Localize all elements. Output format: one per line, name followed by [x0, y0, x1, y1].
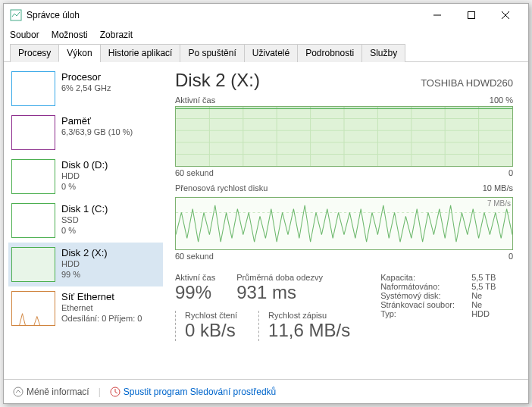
resp-val: 931 ms	[236, 282, 323, 303]
cpu-name: Procesor	[61, 71, 111, 83]
read-label: Rychlost čtení	[185, 311, 237, 320]
chart1-xright: 0	[509, 168, 513, 177]
resp-label: Průměrná doba odezvy	[236, 273, 323, 282]
tab-historie[interactable]: Historie aplikací	[100, 44, 181, 62]
menu-file[interactable]: Soubor	[10, 30, 39, 40]
sys-label: Systémový disk:	[380, 291, 471, 300]
sys-val: Ne	[471, 291, 482, 300]
chart2-xleft: 60 sekund	[175, 252, 214, 261]
disk0-sub2: 0 %	[61, 181, 108, 192]
menu-view[interactable]: Zobrazit	[100, 30, 133, 40]
chevron-up-icon	[13, 387, 23, 397]
active-time-chart	[175, 106, 513, 167]
detail-panel: Disk 2 (X:) TOSHIBA HDWD260 Aktivní čas …	[163, 62, 528, 379]
net-name: Síť Ethernet	[61, 291, 142, 302]
active-val: 99%	[175, 282, 215, 303]
net-sub1: Ethernet	[61, 302, 142, 313]
tab-spusteni[interactable]: Po spuštění	[180, 44, 244, 62]
task-manager-window: Správce úloh Soubor Možnosti Zobrazit Pr…	[3, 3, 529, 404]
maximize-button[interactable]	[454, 4, 488, 27]
sidebar-item-disk0[interactable]: Disk 0 (D:) HDD 0 %	[8, 155, 163, 199]
footer: Méně informací | Spustit program Sledová…	[4, 379, 528, 403]
sidebar[interactable]: Procesor 6% 2,54 GHz Paměť 6,3/63,9 GB (…	[4, 62, 163, 379]
disk0-name: Disk 0 (D:)	[61, 159, 108, 171]
app-icon	[10, 9, 22, 21]
tab-podrobnosti[interactable]: Podrobnosti	[297, 44, 362, 62]
resmon-icon	[110, 387, 120, 397]
footer-separator: |	[99, 387, 101, 397]
cap-val: 5,5 TB	[471, 273, 496, 282]
chart1-label: Aktivní čas	[175, 95, 215, 105]
cpu-sub: 6% 2,54 GHz	[61, 83, 111, 93]
tab-procesy[interactable]: Procesy	[10, 44, 59, 62]
read-val: 0 kB/s	[185, 320, 237, 341]
fewer-details-button[interactable]: Méně informací	[13, 387, 89, 397]
chart2-label: Přenosová rychlost disku	[175, 183, 268, 193]
disk1-sub2: 0 %	[61, 225, 108, 236]
disk1-thumb	[11, 203, 55, 238]
tab-vykon[interactable]: Výkon	[58, 44, 100, 62]
menu-options[interactable]: Možnosti	[52, 30, 88, 40]
chart1-max: 100 %	[490, 95, 513, 105]
type-label: Typ:	[380, 309, 471, 318]
mem-sub: 6,3/63,9 GB (10 %)	[61, 127, 133, 137]
window-title: Správce úloh	[27, 10, 80, 20]
disk1-sub1: SSD	[61, 214, 108, 225]
sidebar-item-disk2[interactable]: Disk 2 (X:) HDD 99 %	[8, 243, 163, 286]
fmt-label: Naformátováno:	[380, 282, 471, 291]
titlebar[interactable]: Správce úloh	[4, 4, 528, 27]
content: Procesor 6% 2,54 GHz Paměť 6,3/63,9 GB (…	[4, 62, 528, 379]
detail-title: Disk 2 (X:)	[175, 70, 260, 91]
mem-name: Paměť	[61, 115, 133, 127]
disk1-name: Disk 1 (C:)	[61, 203, 108, 214]
sidebar-item-memory[interactable]: Paměť 6,3/63,9 GB (10 %)	[8, 111, 163, 155]
fmt-val: 5,5 TB	[471, 282, 496, 291]
active-label: Aktivní čas	[175, 273, 215, 282]
tab-uzivatele[interactable]: Uživatelé	[244, 44, 298, 62]
disk0-thumb	[11, 159, 55, 194]
svg-rect-1	[468, 12, 474, 19]
cap-label: Kapacita:	[380, 273, 471, 282]
tab-sluzby[interactable]: Služby	[361, 44, 405, 62]
page-label: Stránkovací soubor:	[380, 300, 471, 309]
disk2-thumb	[11, 247, 55, 282]
detail-model: TOSHIBA HDWD260	[421, 77, 513, 89]
sidebar-item-cpu[interactable]: Procesor 6% 2,54 GHz	[8, 67, 163, 111]
transfer-rate-chart: 7 MB/s	[175, 197, 513, 250]
minimize-button[interactable]	[420, 4, 454, 27]
chart2-max: 10 MB/s	[483, 183, 513, 193]
sidebar-item-ethernet[interactable]: Síť Ethernet Ethernet Odesílání: 0 Příje…	[8, 286, 163, 330]
page-val: Ne	[471, 300, 482, 309]
menubar: Soubor Možnosti Zobrazit	[4, 27, 528, 43]
close-button[interactable]	[488, 4, 522, 27]
disk2-name: Disk 2 (X:)	[61, 247, 108, 258]
svg-point-16	[14, 387, 23, 396]
cpu-thumb	[11, 71, 55, 106]
write-val: 11,6 MB/s	[268, 320, 350, 341]
disk2-sub1: HDD	[61, 258, 108, 269]
net-thumb	[11, 291, 55, 326]
stats: Aktivní čas 99% Průměrná doba odezvy 931…	[175, 273, 513, 341]
sidebar-item-disk1[interactable]: Disk 1 (C:) SSD 0 %	[8, 199, 163, 243]
disk0-sub1: HDD	[61, 171, 108, 181]
chart2-xright: 0	[509, 252, 513, 261]
tabs: Procesy Výkon Historie aplikací Po spušt…	[4, 43, 528, 62]
type-val: HDD	[471, 309, 490, 318]
write-label: Rychlost zápisu	[268, 311, 350, 320]
net-sub2: Odesílání: 0 Příjem: 0	[61, 313, 142, 324]
open-resmon-link[interactable]: Spustit program Sledování prostředků	[110, 387, 276, 397]
chart1-xleft: 60 sekund	[175, 168, 214, 177]
disk2-sub2: 99 %	[61, 269, 108, 280]
mem-thumb	[11, 115, 55, 150]
